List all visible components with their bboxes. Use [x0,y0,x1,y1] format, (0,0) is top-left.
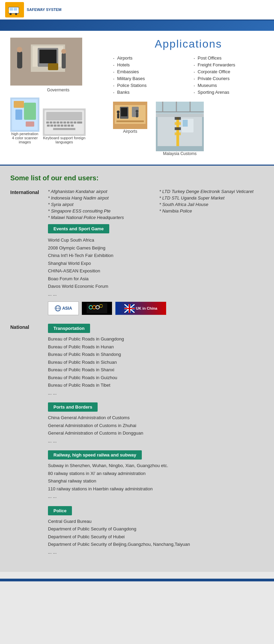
app-item: Police Stations [113,83,183,88]
svg-rect-58 [176,117,179,146]
ports-item: China General Administration of Customs [48,414,264,421]
transport-item: Bureau of Public Roads in Sichuan [48,359,264,366]
blue-banner [0,21,274,31]
apps-right: Applications Airports Hotels Embassies M… [113,38,264,156]
header: SAFEWAY SYSTEM [0,0,274,21]
ports-borders-button[interactable]: Ports and Borders [48,402,98,412]
uk-china-logo-text: UK in China [136,306,157,310]
apps-title: Applications [113,38,264,50]
govt-caption: Goverments [10,88,106,92]
uk-china-logo: UK in China [115,301,166,315]
intl-col-right: LTD Turkey Denge Electronik Sanayi Vetic… [159,189,264,221]
svg-rect-44 [53,128,75,130]
police-item: Department of Public Security of Guangdo… [48,526,264,532]
ports-subsection: Ports and Borders China General Administ… [48,402,264,444]
ports-list: China General Administration of Customs … [48,414,264,444]
svg-rect-33 [70,121,73,124]
small-images-row: high penetration4 color scanner images [10,98,106,144]
intl-item: Singapore ESS consulting Pte [48,208,152,214]
svg-rect-25 [46,112,82,120]
international-content: Afghanistan Kandahar airpot Indonesia Ha… [48,189,264,315]
asia-logo-text: ASIA [62,306,72,311]
intl-item: LTD STL Uganda Super Market [159,195,264,201]
app-item: Banks [113,90,183,95]
railway-item: Shanghai railway station [48,478,264,485]
svg-rect-48 [121,108,127,116]
apps-left: Goverments high penetration4 color scann… [10,38,106,156]
app-item: Freight Forwarders [194,62,264,67]
event-item: China Int'l Hi-Tech Fair Exhibition [48,252,264,259]
svg-rect-20 [15,110,22,120]
govt-image [10,38,82,86]
keyboard-image-wrap: Keyboard support foreign languages [43,108,86,144]
event-item: 2008 Olympic Games Beijing [48,245,264,252]
svg-rect-39 [57,125,60,127]
ports-item: ... ... [48,438,264,445]
intl-col-left: Afghanistan Kandahar airpot Indonesia Ha… [48,189,152,221]
police-item: Department of Public Security of Hubei [48,533,264,540]
intl-columns: Afghanistan Kandahar airpot Indonesia Ha… [48,189,264,221]
svg-rect-19 [14,101,24,108]
svg-rect-59 [175,117,181,120]
railway-item: Subway in Shenzhen, Wuhan, Ningbo, Xian,… [48,462,264,469]
svg-rect-54 [136,113,138,117]
svg-rect-5 [8,9,9,12]
svg-rect-60 [175,122,181,125]
svg-point-53 [136,110,138,113]
event-item: CHINA-ASEAN Exposition [48,268,264,274]
police-item: Central Guard Bureau [48,518,264,525]
railway-item: ... ... [48,493,264,500]
customs-caption: Malaysia Customs [156,151,204,156]
keyboard-caption: Keyboard support foreign languages [43,136,86,144]
svg-rect-35 [77,121,82,124]
international-row: International Afghanistan Kandahar airpo… [10,189,264,315]
svg-point-4 [15,13,17,15]
transport-list: Bureau of Public Roads in Guangdong Bure… [48,336,264,396]
event-item: Boao Forum for Asia [48,275,264,282]
transportation-button[interactable]: Transportation [48,324,90,333]
svg-rect-34 [74,121,76,124]
svg-rect-29 [57,121,59,124]
intl-item: Indonesia Hang Nadim airpot [48,195,152,201]
railway-button[interactable]: Railway, high speed railwa and subway [48,450,142,460]
svg-rect-28 [53,121,56,124]
transport-item: Bureau of Public Roads in Tibet [48,382,264,389]
customs-image [156,102,204,151]
events-list: World Cup South Africa 2008 Olympic Game… [48,237,264,297]
intl-item: Afghanistan Kandahar airpot [48,189,152,194]
logo-box [5,2,24,17]
railway-item: 80 railway stations in Xi' an railway ad… [48,470,264,477]
svg-rect-56 [158,115,202,146]
airports-image [113,102,147,129]
svg-rect-64 [183,120,188,127]
svg-rect-21 [24,103,36,120]
app-item: Airports [113,55,183,61]
svg-rect-31 [63,121,66,124]
national-row: National Transportation Bureau of Public… [10,324,264,562]
police-list: Central Guard Bureau Department of Publi… [48,518,264,556]
svg-rect-32 [67,121,70,124]
app-item: Post Offices [194,55,264,61]
railway-item: 110 railway stations in Haerbin railway … [48,486,264,492]
svg-rect-11 [39,50,57,63]
app-images-row: Airports [113,102,264,156]
govt-image-placeholder [10,38,82,86]
intl-item: Syria airpot [48,202,152,207]
asia-logo: ASIA [48,301,79,315]
police-button[interactable]: Police [48,506,72,515]
police-item: ... ... [48,549,264,556]
national-section: National Transportation Bureau of Public… [10,324,264,562]
police-subsection: Police Central Guard Bureau Department o… [48,506,264,556]
intl-item: Namibia Police [159,208,264,214]
intl-item: LTD Turkey Denge Electronik Sanayi Vetic… [159,189,264,194]
svg-rect-1 [10,8,13,11]
event-item: World Cup South Africa [48,237,264,244]
keyboard-image [43,108,86,136]
svg-rect-26 [46,121,49,124]
svg-point-3 [10,13,12,15]
events-sport-game-button[interactable]: Events and Sport Game [48,224,109,233]
apps-col-right: Post Offices Freight Forwarders Corporat… [194,55,264,96]
event-item: ... ... [48,291,264,298]
svg-rect-43 [71,125,74,127]
logo-text: SAFEWAY SYSTEM [27,8,61,12]
